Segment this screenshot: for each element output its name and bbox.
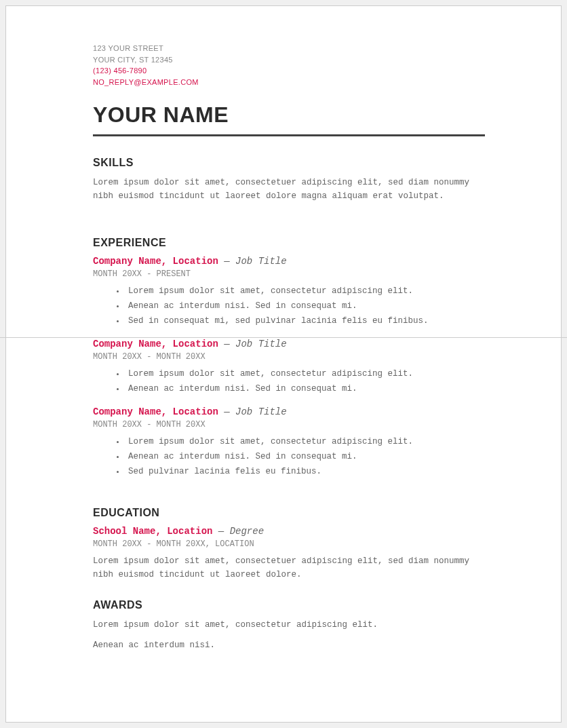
entry-heading: Company Name, Location — Job Title bbox=[93, 406, 493, 417]
date-range: MONTH 20XX - MONTH 20XX, LOCATION bbox=[93, 539, 493, 549]
award-line: Lorem ipsum dolor sit amet, consectetur … bbox=[93, 618, 493, 632]
date-range: MONTH 20XX - MONTH 20XX bbox=[93, 352, 493, 362]
bullet-item: Aenean ac interdum nisi. Sed in consequa… bbox=[125, 382, 493, 396]
education-heading: EDUCATION bbox=[93, 507, 493, 519]
experience-entry: Company Name, Location — Job Title MONTH… bbox=[93, 406, 493, 478]
bullet-item: Lorem ipsum dolor sit amet, consectetur … bbox=[125, 284, 493, 298]
skills-heading: SKILLS bbox=[93, 157, 493, 169]
company-name: Company Name, Location bbox=[93, 256, 218, 267]
entry-heading: Company Name, Location — Job Title bbox=[93, 256, 493, 267]
bullet-item: Aenean ac interdum nisi. Sed in consequa… bbox=[125, 450, 493, 463]
bullet-item: Sed in consequat mi, sed pulvinar lacini… bbox=[125, 314, 493, 328]
school-name: School Name, Location bbox=[93, 526, 212, 537]
page-content: 123 YOUR STREET YOUR CITY, ST 12345 (123… bbox=[74, 43, 493, 652]
entry-heading: School Name, Location — Degree bbox=[93, 526, 493, 537]
separator: — bbox=[218, 526, 224, 537]
contact-block: 123 YOUR STREET YOUR CITY, ST 12345 (123… bbox=[93, 43, 493, 88]
skills-body: Lorem ipsum dolor sit amet, consectetuer… bbox=[93, 176, 493, 203]
education-body: Lorem ipsum dolor sit amet, consectetuer… bbox=[93, 554, 493, 581]
company-name: Company Name, Location bbox=[93, 339, 218, 349]
degree: Degree bbox=[230, 526, 264, 537]
education-entry: School Name, Location — Degree MONTH 20X… bbox=[93, 526, 493, 581]
experience-entry: Company Name, Location — Job Title MONTH… bbox=[93, 256, 493, 328]
bullet-list: Lorem ipsum dolor sit amet, consectetur … bbox=[93, 284, 493, 328]
separator: — bbox=[224, 339, 229, 349]
date-range: MONTH 20XX - MONTH 20XX bbox=[93, 420, 493, 429]
bullet-item: Aenean ac interdum nisi. Sed in consequa… bbox=[125, 299, 493, 313]
bullet-item: Lorem ipsum dolor sit amet, consectetur … bbox=[125, 367, 493, 381]
contact-city: YOUR CITY, ST 12345 bbox=[93, 54, 493, 66]
experience-heading: EXPERIENCE bbox=[93, 237, 493, 249]
contact-phone: (123) 456-7890 bbox=[93, 65, 493, 77]
job-title: Job Title bbox=[235, 339, 287, 349]
resume-name: YOUR NAME bbox=[93, 102, 493, 128]
separator: — bbox=[224, 256, 229, 267]
bullet-list: Lorem ipsum dolor sit amet, consectetur … bbox=[93, 367, 493, 396]
contact-street: 123 YOUR STREET bbox=[93, 43, 493, 54]
document-page: 123 YOUR STREET YOUR CITY, ST 12345 (123… bbox=[5, 5, 562, 723]
award-line: Aenean ac interdum nisi. bbox=[93, 638, 493, 652]
contact-email: NO_REPLY@EXAMPLE.COM bbox=[93, 77, 493, 88]
experience-entry: Company Name, Location — Job Title MONTH… bbox=[93, 339, 493, 396]
job-title: Job Title bbox=[235, 406, 287, 417]
company-name: Company Name, Location bbox=[93, 406, 218, 417]
entry-heading: Company Name, Location — Job Title bbox=[93, 339, 493, 349]
horizontal-rule bbox=[93, 134, 485, 136]
bullet-item: Lorem ipsum dolor sit amet, consectetur … bbox=[125, 435, 493, 448]
awards-heading: AWARDS bbox=[93, 599, 493, 611]
bullet-list: Lorem ipsum dolor sit amet, consectetur … bbox=[93, 435, 493, 478]
date-range: MONTH 20XX - PRESENT bbox=[93, 269, 493, 279]
job-title: Job Title bbox=[235, 256, 287, 267]
separator: — bbox=[224, 406, 229, 417]
bullet-item: Sed pulvinar lacinia felis eu finibus. bbox=[125, 465, 493, 478]
